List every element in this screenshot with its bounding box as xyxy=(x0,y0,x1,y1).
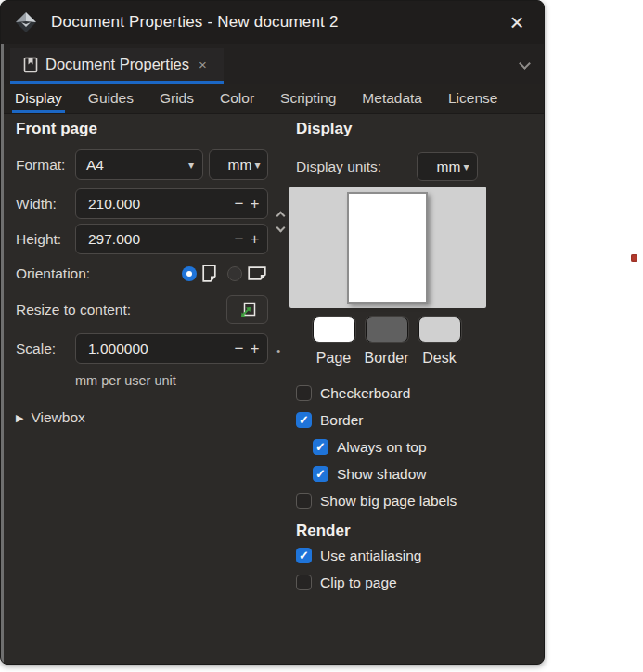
tab-license[interactable]: License xyxy=(445,84,500,113)
tab-scripting[interactable]: Scripting xyxy=(277,84,339,113)
dropdown-arrow-icon: ▾ xyxy=(188,159,202,172)
tab-guides[interactable]: Guides xyxy=(85,84,136,113)
window-title: Document Properties - New document 2 xyxy=(51,13,339,32)
format-label: Format: xyxy=(16,157,75,174)
desk-color-swatch[interactable] xyxy=(418,317,461,342)
render-heading: Render xyxy=(289,522,489,542)
always-on-top-checkbox[interactable]: ✓ xyxy=(313,439,328,455)
dock-tab-document-properties[interactable]: Document Properties × xyxy=(10,48,224,81)
orientation-label: Orientation: xyxy=(16,265,90,282)
red-dot-artifact xyxy=(631,254,637,262)
width-decrement-button[interactable]: − xyxy=(231,195,247,213)
display-units-label: Display units: xyxy=(296,159,417,175)
render-checkboxes: ✓ Use antialiasing Clip to page xyxy=(289,542,489,596)
format-row: Format: A4 ▾ mm ▾ xyxy=(16,149,268,180)
width-label: Width: xyxy=(16,196,75,213)
width-row: Width: 210.000 − + xyxy=(16,188,268,219)
height-spinbox[interactable]: 297.000 − + xyxy=(75,224,268,254)
height-value[interactable]: 297.000 xyxy=(76,231,231,248)
width-increment-button[interactable]: + xyxy=(247,195,263,213)
tab-display[interactable]: Display xyxy=(12,84,65,113)
height-increment-button[interactable]: + xyxy=(247,230,263,249)
viewbox-label: Viewbox xyxy=(31,409,84,426)
checkbox-row-show-big-page-labels[interactable]: Show big page labels xyxy=(289,487,489,514)
dock-menu-button[interactable] xyxy=(512,53,536,77)
scale-unit-note: mm per user unit xyxy=(75,373,268,388)
front-page-heading: Front page xyxy=(16,120,268,140)
portrait-page-icon xyxy=(202,265,216,282)
window-close-icon[interactable]: × xyxy=(503,8,531,36)
document-properties-dialog: Document Properties - New document 2 × D… xyxy=(0,0,545,665)
format-unit-value: mm xyxy=(217,157,252,174)
dropdown-arrow-icon: ▾ xyxy=(251,159,260,172)
checkerboard-checkbox[interactable] xyxy=(296,385,312,401)
tab-grids[interactable]: Grids xyxy=(157,84,197,113)
show-big-page-labels-checkbox[interactable] xyxy=(296,493,312,509)
use-antialiasing-checkbox[interactable]: ✓ xyxy=(296,548,312,563)
width-value[interactable]: 210.000 xyxy=(76,196,231,213)
resize-to-content-button[interactable] xyxy=(226,295,268,324)
clip-to-page-label: Clip to page xyxy=(320,575,397,591)
scale-modified-dot: • xyxy=(276,345,280,356)
resize-row: Resize to content: xyxy=(16,294,268,325)
height-row: Height: 297.000 − + xyxy=(16,224,268,254)
scale-decrement-button[interactable]: − xyxy=(231,340,247,358)
display-heading: Display xyxy=(289,120,489,140)
checkbox-row-checkerboard[interactable]: Checkerboard xyxy=(289,380,489,407)
dropdown-arrow-icon: ▾ xyxy=(460,161,469,174)
show-big-page-labels-label: Show big page labels xyxy=(320,493,457,510)
checkbox-row-use-antialiasing[interactable]: ✓ Use antialiasing xyxy=(289,542,489,569)
landscape-radio[interactable] xyxy=(227,266,242,281)
display-section: Display Display units: mm ▾ xyxy=(289,120,489,596)
width-spinbox[interactable]: 210.000 − + xyxy=(75,188,268,219)
height-label: Height: xyxy=(16,231,75,248)
screenshot-stage: Document Properties - New document 2 × D… xyxy=(0,0,643,672)
scale-spinbox[interactable]: 1.000000 − + xyxy=(75,333,268,364)
border-checkbox[interactable]: ✓ xyxy=(296,412,312,428)
checkbox-row-show-shadow[interactable]: ✓ Show shadow xyxy=(289,460,489,487)
checkbox-row-clip-to-page[interactable]: Clip to page xyxy=(289,569,489,596)
display-units-row: Display units: mm ▾ xyxy=(289,152,489,181)
show-shadow-label: Show shadow xyxy=(337,466,427,483)
dock-tab-close-icon[interactable]: × xyxy=(199,57,207,72)
clip-to-page-checkbox[interactable] xyxy=(296,575,312,590)
tab-metadata[interactable]: Metadata xyxy=(359,84,425,113)
checkbox-row-border[interactable]: ✓ Border xyxy=(289,407,489,433)
resize-page-icon xyxy=(238,301,257,319)
page-swatch-label: Page xyxy=(307,350,360,367)
viewbox-expander[interactable]: ▶ Viewbox xyxy=(16,409,268,426)
portrait-radio[interactable] xyxy=(182,266,197,281)
color-swatch-labels: Page Border Desk xyxy=(307,350,489,367)
format-unit-dropdown[interactable]: mm ▾ xyxy=(209,149,268,180)
expander-triangle-icon: ▶ xyxy=(16,412,23,424)
front-page-section: Front page Format: A4 ▾ mm ▾ Width: xyxy=(16,120,268,426)
notebook-tabs: Display Guides Grids Color Scripting Met… xyxy=(1,84,544,114)
scale-row: Scale: 1.000000 − + • xyxy=(16,333,268,364)
orientation-row: Orientation: xyxy=(16,258,268,289)
orientation-options xyxy=(182,265,268,282)
dock-tab-label: Document Properties xyxy=(45,56,189,73)
width-height-link-icon[interactable] xyxy=(276,209,287,239)
show-shadow-checkbox[interactable]: ✓ xyxy=(313,466,328,482)
display-units-dropdown[interactable]: mm ▾ xyxy=(417,152,478,181)
height-decrement-button[interactable]: − xyxy=(231,230,247,249)
window-left-edge xyxy=(1,44,4,664)
use-antialiasing-label: Use antialiasing xyxy=(320,548,421,564)
desk-swatch-label: Desk xyxy=(413,350,466,367)
page-preview xyxy=(289,187,486,308)
format-value: A4 xyxy=(76,157,188,174)
resize-to-content-label: Resize to content: xyxy=(16,302,131,318)
border-color-swatch[interactable] xyxy=(366,317,408,342)
document-properties-icon xyxy=(23,57,38,73)
checkbox-row-always-on-top[interactable]: ✓ Always on top xyxy=(289,433,489,460)
landscape-page-icon xyxy=(248,266,266,280)
window-titlebar: Document Properties - New document 2 × xyxy=(1,1,544,44)
color-swatches xyxy=(313,317,489,342)
scale-increment-button[interactable]: + xyxy=(247,340,263,358)
format-dropdown[interactable]: A4 ▾ xyxy=(75,149,203,180)
scale-value[interactable]: 1.000000 xyxy=(76,341,231,357)
chevron-down-icon xyxy=(519,58,531,70)
tab-color[interactable]: Color xyxy=(217,84,257,113)
page-color-swatch[interactable] xyxy=(313,317,355,342)
border-swatch-label: Border xyxy=(360,350,413,367)
